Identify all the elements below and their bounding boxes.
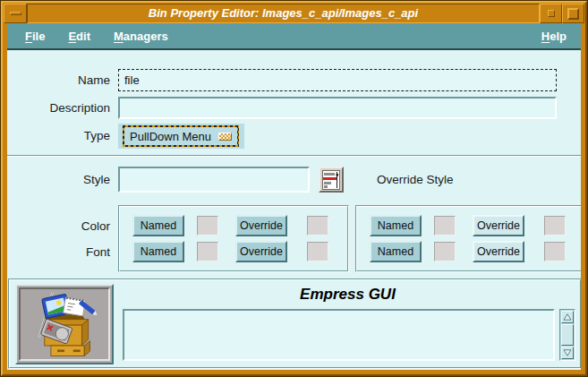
toolbox-logo-icon (28, 288, 101, 360)
override-style-group: Named Override Named Override (355, 205, 581, 272)
override-font-button[interactable]: Override (235, 241, 287, 262)
named-font-button[interactable]: Named (132, 241, 184, 262)
type-option-menu-button[interactable]: PullDown Menu (124, 127, 237, 145)
minimize-icon (548, 10, 555, 17)
window-menu-button[interactable] (4, 4, 27, 23)
name-input[interactable] (119, 70, 556, 90)
horizontal-separator (7, 155, 581, 157)
font-row: Named Override (132, 241, 347, 262)
footer-scrollbar[interactable] (559, 309, 575, 361)
maximize-button[interactable] (562, 4, 584, 23)
named-color-swatch (434, 216, 456, 236)
menu-edit[interactable]: Edit (68, 30, 90, 43)
font-row: Named Override (370, 241, 581, 262)
color-row: Named Override (370, 215, 581, 236)
override-color-swatch (544, 216, 566, 236)
maximize-icon (567, 8, 579, 20)
window-title: Bin Property Editor: Images_c_api/Images… (27, 4, 540, 23)
keyboard-focus-ring: PullDown Menu (123, 125, 239, 147)
style-label: Style (7, 167, 110, 193)
scroll-down-icon (563, 349, 572, 356)
style-input[interactable] (120, 168, 308, 191)
scroll-up-icon (563, 313, 572, 321)
named-style-group: Named Override Named Override (118, 205, 349, 272)
override-font-button[interactable]: Override (473, 241, 524, 262)
override-font-swatch (307, 242, 328, 261)
style-field (118, 167, 310, 193)
menu-managers[interactable]: Managers (114, 30, 168, 43)
named-font-swatch (434, 242, 456, 261)
minimize-button[interactable] (540, 4, 562, 23)
type-option-value: PullDown Menu (130, 130, 211, 143)
menubar: File Edit Managers Help (7, 23, 581, 50)
brand-title: Empress GUI (123, 283, 573, 306)
named-font-button[interactable]: Named (370, 241, 422, 262)
menu-file[interactable]: File (25, 30, 45, 43)
scroll-down-button[interactable] (561, 347, 574, 359)
menu-help[interactable]: Help (541, 30, 567, 43)
override-font-swatch (544, 242, 566, 261)
override-color-swatch (307, 216, 328, 236)
scroll-up-button[interactable] (561, 311, 574, 323)
titlebar: Bin Property Editor: Images_c_api/Images… (4, 4, 584, 23)
style-list-picker-icon (322, 170, 340, 190)
window: Bin Property Editor: Images_c_api/Images… (0, 0, 588, 377)
scrollbar-thumb[interactable] (561, 324, 574, 346)
named-color-button[interactable]: Named (132, 215, 184, 236)
logo-well (19, 287, 110, 361)
style-list-picker-button[interactable] (319, 167, 344, 193)
font-label: Font (7, 242, 110, 263)
option-menu-icon (218, 133, 232, 141)
footer-textarea[interactable] (123, 309, 555, 361)
description-label: Description (7, 97, 110, 119)
name-field (118, 69, 557, 91)
named-color-swatch (197, 216, 218, 236)
logo-panel (15, 284, 114, 364)
client-area: File Edit Managers Help Name Description… (7, 23, 581, 370)
description-input[interactable] (120, 99, 555, 117)
footer-frame: Empress GUI (8, 278, 581, 369)
description-field (118, 97, 557, 119)
named-font-swatch (197, 242, 218, 261)
color-row: Named Override (132, 215, 347, 236)
override-style-label: Override Style (377, 169, 484, 191)
named-color-button[interactable]: Named (370, 215, 422, 236)
type-option-area: PullDown Menu (118, 124, 244, 149)
window-menu-icon (10, 12, 21, 15)
type-label: Type (7, 124, 110, 149)
color-label: Color (7, 216, 110, 237)
override-color-button[interactable]: Override (235, 215, 287, 236)
override-color-button[interactable]: Override (473, 215, 524, 236)
name-label: Name (7, 69, 110, 91)
